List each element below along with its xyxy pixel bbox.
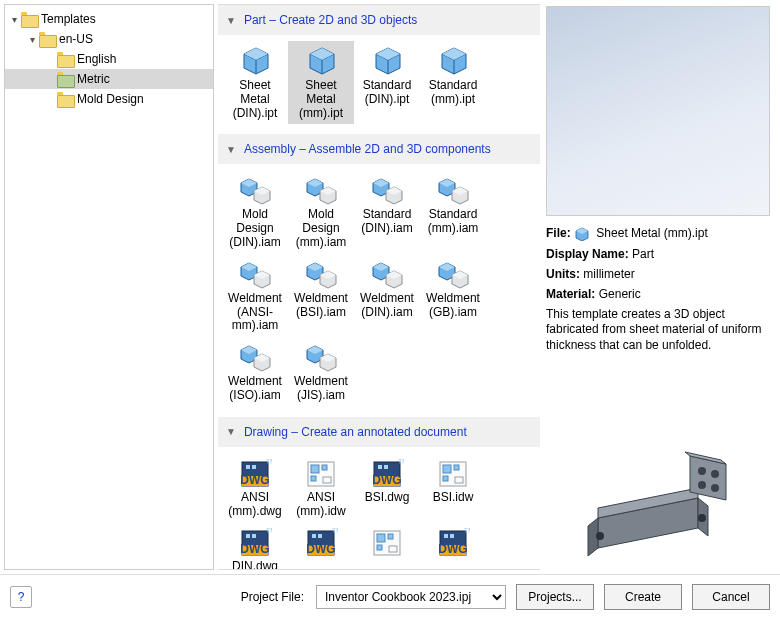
template-item-label: Standard (DIN).ipt <box>356 79 418 107</box>
tree-root[interactable]: ▾ Templates <box>5 9 213 29</box>
chevron-down-icon: ▼ <box>226 144 236 155</box>
chevron-down-icon: ▼ <box>226 426 236 437</box>
template-tree[interactable]: ▾ Templates ▾en-US▾English▾Metric▾Mold D… <box>4 4 214 570</box>
section-header[interactable]: ▼Drawing – Create an annotated document <box>218 417 540 447</box>
dwg-icon <box>435 526 471 558</box>
project-file-select[interactable]: Inventor Cookbook 2023.ipj <box>316 585 506 609</box>
template-item[interactable] <box>420 522 486 570</box>
asm-icon <box>435 174 471 206</box>
template-item[interactable]: Weldment (ISO).iam <box>222 337 288 407</box>
asm-icon <box>237 174 273 206</box>
tree-item[interactable]: ▾en-US <box>5 29 213 49</box>
prop-material: Material: Generic <box>546 287 770 301</box>
template-item[interactable]: Standard (DIN).ipt <box>354 41 420 124</box>
part-icon <box>369 45 405 77</box>
folder-icon <box>21 12 37 26</box>
section-title: Part – Create 2D and 3D objects <box>244 13 417 27</box>
template-item[interactable]: BSI.idw <box>420 453 486 523</box>
create-button[interactable]: Create <box>604 584 682 610</box>
asm-icon <box>435 258 471 290</box>
template-item-label: Mold Design (mm).iam <box>290 208 352 249</box>
template-item[interactable]: Standard (mm).iam <box>420 170 486 253</box>
preview-panel: File: Sheet Metal (mm).ipt Display Name:… <box>540 0 780 574</box>
asm-icon <box>303 174 339 206</box>
chevron-down-icon: ▼ <box>226 15 236 26</box>
template-item[interactable]: Mold Design (mm).iam <box>288 170 354 253</box>
template-item-label: Sheet Metal (mm).ipt <box>290 79 352 120</box>
asm-icon <box>237 258 273 290</box>
tree-item[interactable]: ▾Metric <box>5 69 213 89</box>
template-item-label: Standard (DIN).iam <box>356 208 418 236</box>
template-item-label: BSI.idw <box>433 491 474 505</box>
projects-button[interactable]: Projects... <box>516 584 594 610</box>
bottom-bar: ? Project File: Inventor Cookbook 2023.i… <box>0 574 780 618</box>
template-item[interactable]: Sheet Metal (DIN).ipt <box>222 41 288 124</box>
project-file-label: Project File: <box>241 590 304 604</box>
tree-item[interactable]: ▾Mold Design <box>5 89 213 109</box>
template-item[interactable]: Sheet Metal (mm).ipt <box>288 41 354 124</box>
folder-icon <box>57 72 73 86</box>
asm-icon <box>303 341 339 373</box>
template-item-label: Weldment (GB).iam <box>422 292 484 320</box>
template-item-label: Sheet Metal (DIN).ipt <box>224 79 286 120</box>
template-item-label: BSI.dwg <box>365 491 410 505</box>
prop-display-name: Display Name: Part <box>546 247 770 261</box>
template-item[interactable]: ANSI (mm).dwg <box>222 453 288 523</box>
template-item[interactable] <box>288 522 354 570</box>
part-icon <box>303 45 339 77</box>
section-title: Drawing – Create an annotated document <box>244 425 467 439</box>
template-item[interactable]: Weldment (ANSI-mm).iam <box>222 254 288 337</box>
template-item-label: Mold Design (DIN).iam <box>224 208 286 249</box>
template-item-label: Weldment (DIN).iam <box>356 292 418 320</box>
template-item[interactable]: Weldment (BSI).iam <box>288 254 354 337</box>
template-item[interactable] <box>354 522 420 570</box>
asm-icon <box>369 174 405 206</box>
template-item[interactable]: BSI.dwg <box>354 453 420 523</box>
section-header[interactable]: ▼Part – Create 2D and 3D objects <box>218 5 540 35</box>
help-button[interactable]: ? <box>10 586 32 608</box>
dwg-icon <box>237 457 273 489</box>
template-item[interactable]: Weldment (DIN).iam <box>354 254 420 337</box>
part-icon <box>237 45 273 77</box>
idw-icon <box>435 457 471 489</box>
dwg-icon <box>303 526 339 558</box>
template-item-label: Weldment (JIS).iam <box>290 375 352 403</box>
template-item[interactable]: Mold Design (DIN).iam <box>222 170 288 253</box>
template-item-label: Weldment (ISO).iam <box>224 375 286 403</box>
template-item[interactable]: DIN.dwg <box>222 522 288 570</box>
idw-icon <box>303 457 339 489</box>
template-item-label: Standard (mm).ipt <box>422 79 484 107</box>
prop-units: Units: millimeter <box>546 267 770 281</box>
idw-icon <box>369 526 405 558</box>
tree-label: Templates <box>41 12 96 26</box>
asm-icon <box>237 341 273 373</box>
template-item[interactable]: Weldment (GB).iam <box>420 254 486 337</box>
dwg-icon <box>369 457 405 489</box>
chevron-down-icon: ▾ <box>7 14 21 25</box>
preview-3d-render <box>546 354 770 568</box>
folder-icon <box>57 52 73 66</box>
prop-file: File: Sheet Metal (mm).ipt <box>546 226 770 241</box>
template-item[interactable]: ANSI (mm).idw <box>288 453 354 523</box>
asm-icon <box>369 258 405 290</box>
preview-thumbnail <box>546 6 770 216</box>
tree-label: Mold Design <box>77 92 144 106</box>
tree-label: en-US <box>59 32 93 46</box>
dwg-icon <box>237 526 273 558</box>
cancel-button[interactable]: Cancel <box>692 584 770 610</box>
part-icon <box>435 45 471 77</box>
template-list[interactable]: ▼Part – Create 2D and 3D objectsSheet Me… <box>218 4 540 570</box>
template-item[interactable]: Standard (mm).ipt <box>420 41 486 124</box>
folder-icon <box>39 32 55 46</box>
section-title: Assembly – Assemble 2D and 3D components <box>244 142 491 156</box>
template-item-label: ANSI (mm).idw <box>290 491 352 519</box>
tree-item[interactable]: ▾English <box>5 49 213 69</box>
template-item[interactable]: Weldment (JIS).iam <box>288 337 354 407</box>
folder-icon <box>57 92 73 106</box>
template-item-label: DIN.dwg <box>232 560 278 570</box>
section-header[interactable]: ▼Assembly – Assemble 2D and 3D component… <box>218 134 540 164</box>
template-item-label: Weldment (ANSI-mm).iam <box>224 292 286 333</box>
help-icon: ? <box>18 590 25 604</box>
asm-icon <box>303 258 339 290</box>
template-item[interactable]: Standard (DIN).iam <box>354 170 420 253</box>
